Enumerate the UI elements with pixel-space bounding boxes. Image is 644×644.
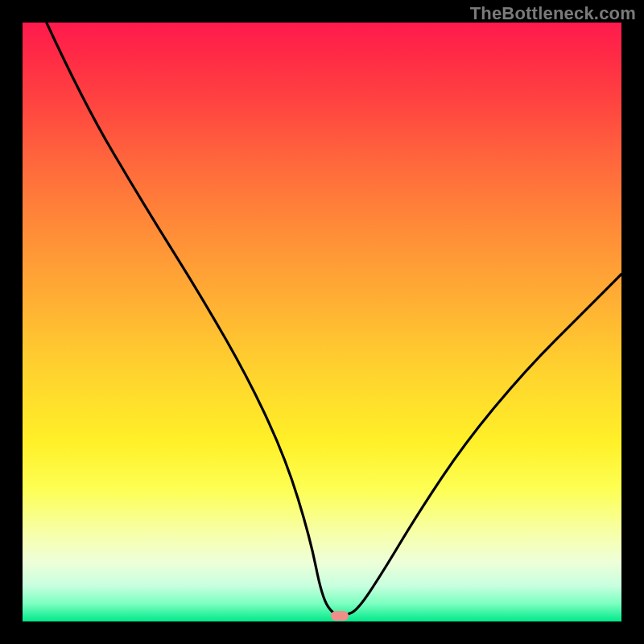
chart-frame: TheBottleneck.com: [0, 0, 644, 644]
watermark-text: TheBottleneck.com: [470, 3, 636, 24]
bottleneck-curve: [23, 23, 621, 621]
plot-area: [23, 23, 621, 621]
optimal-point-marker: [331, 611, 349, 621]
